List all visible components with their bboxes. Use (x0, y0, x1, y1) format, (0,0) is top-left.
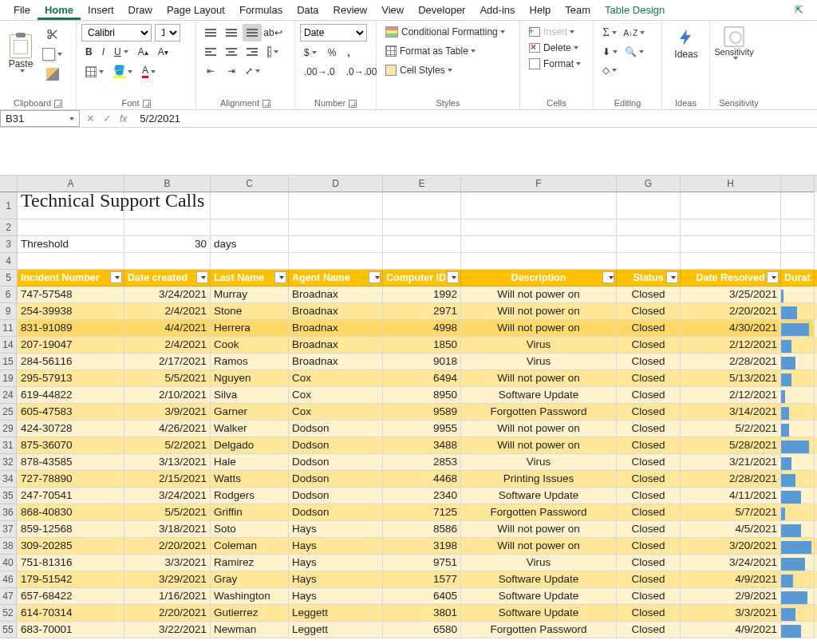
cell[interactable]: 3/3/2021 (124, 555, 211, 571)
percent-button[interactable]: % (324, 45, 341, 61)
table-header[interactable]: Incident Number (18, 270, 124, 286)
cell[interactable]: Threshold (18, 236, 124, 253)
dialog-launcher-icon[interactable] (143, 100, 151, 108)
menu-insert[interactable]: Insert (81, 1, 121, 19)
cell[interactable]: Virus (461, 454, 617, 471)
cell[interactable]: Cox (289, 370, 383, 387)
fill-button[interactable]: ⬇ (598, 44, 621, 60)
row-header[interactable]: 32 (0, 454, 17, 471)
cell-databar[interactable] (781, 538, 815, 555)
cell[interactable]: 247-70541 (18, 488, 124, 504)
cell[interactable]: Dodson (289, 471, 383, 488)
cell-databar[interactable] (781, 605, 815, 622)
copy-button[interactable] (38, 45, 66, 63)
table-header[interactable]: Computer ID (383, 270, 461, 286)
cell[interactable]: Closed (617, 404, 681, 421)
filter-icon[interactable] (110, 271, 122, 283)
cell[interactable]: 747-57548 (18, 286, 124, 303)
paste-button[interactable]: Paste (5, 24, 37, 83)
align-center-button[interactable] (222, 43, 241, 61)
cell[interactable]: Closed (617, 337, 681, 354)
cell[interactable]: 4/9/2021 (681, 571, 781, 588)
cell-databar[interactable] (781, 370, 815, 387)
cell[interactable]: Broadnax (289, 320, 383, 337)
cell[interactable]: 254-39938 (18, 303, 124, 320)
cell-databar[interactable] (781, 521, 815, 538)
cell[interactable]: 5/5/2021 (124, 370, 211, 387)
cell[interactable]: Murray (211, 286, 289, 303)
cell[interactable]: Gutierrez (211, 605, 289, 622)
cell[interactable]: 3/24/2021 (124, 286, 211, 303)
cell[interactable]: 2/9/2021 (681, 588, 781, 605)
table-header[interactable]: Agent Name↓ (289, 270, 383, 286)
row-header[interactable]: 29 (0, 421, 17, 437)
merge-button[interactable] (263, 43, 282, 61)
cell[interactable]: Virus (461, 337, 617, 354)
cell[interactable]: 2/20/2021 (124, 538, 211, 555)
share-icon[interactable]: ⇱ (787, 1, 811, 19)
cell[interactable]: Software Update (461, 588, 617, 605)
cell[interactable]: Closed (617, 488, 681, 504)
cell[interactable]: 9751 (383, 555, 461, 571)
cell[interactable]: Broadnax (289, 286, 383, 303)
cell[interactable]: Washington (211, 588, 289, 605)
col-header[interactable]: H (681, 176, 781, 192)
row-header[interactable]: 55 (0, 622, 17, 638)
cell[interactable]: Closed (617, 471, 681, 488)
formula-bar[interactable]: 5/2/2021 (133, 110, 817, 127)
row-header[interactable]: 34 (0, 471, 17, 488)
clear-button[interactable]: ◇ (598, 62, 621, 78)
cell[interactable]: Newman (211, 622, 289, 638)
cell[interactable]: 4468 (383, 471, 461, 488)
autosum-button[interactable]: Σ (598, 24, 621, 41)
filter-icon[interactable] (447, 271, 459, 283)
cell[interactable]: 2/4/2021 (124, 337, 211, 354)
ideas-button[interactable]: Ideas (667, 24, 705, 62)
cell[interactable]: Hays (289, 521, 383, 538)
cell[interactable]: 1992 (383, 286, 461, 303)
table-header[interactable]: Description↓ (461, 270, 617, 286)
row-header[interactable]: 9 (0, 303, 17, 320)
cell[interactable]: Ramos (211, 354, 289, 370)
menu-view[interactable]: View (374, 1, 411, 19)
cut-button[interactable] (38, 26, 66, 43)
number-format-select[interactable]: Date (300, 24, 367, 41)
borders-button[interactable] (81, 64, 108, 80)
cell[interactable]: 2853 (383, 454, 461, 471)
format-as-table-button[interactable]: Format as Table (381, 43, 509, 59)
cell[interactable]: Will not power on (461, 538, 617, 555)
col-header[interactable]: E (383, 176, 461, 192)
cell[interactable]: Stone (211, 303, 289, 320)
cell[interactable]: 4/9/2021 (681, 622, 781, 638)
menu-formulas[interactable]: Formulas (232, 1, 290, 19)
menu-home[interactable]: Home (37, 1, 81, 20)
cell[interactable]: 5/2/2021 (681, 421, 781, 437)
cell[interactable]: 3/29/2021 (124, 571, 211, 588)
cell[interactable]: 5/13/2021 (681, 370, 781, 387)
cell-databar[interactable] (781, 622, 815, 638)
filter-sorted-icon[interactable]: ↓ (602, 271, 614, 283)
cell[interactable]: Closed (617, 588, 681, 605)
cell[interactable]: 614-70314 (18, 605, 124, 622)
cell[interactable]: 207-19047 (18, 337, 124, 354)
orientation-button[interactable]: ⤢ (243, 62, 262, 80)
cell[interactable]: 3/24/2021 (124, 488, 211, 504)
cell-databar[interactable] (781, 404, 815, 421)
table-header[interactable]: Last Name (211, 270, 289, 286)
italic-button[interactable]: I (98, 44, 109, 60)
cell[interactable]: 831-91089 (18, 320, 124, 337)
row-header[interactable]: 25 (0, 404, 17, 421)
cell[interactable]: Forgotten Password (461, 404, 617, 421)
cell[interactable]: 727-78890 (18, 471, 124, 488)
col-header[interactable]: D (289, 176, 383, 192)
cell[interactable]: 2971 (383, 303, 461, 320)
cell[interactable]: Will not power on (461, 370, 617, 387)
cell[interactable]: 9018 (383, 354, 461, 370)
cell[interactable]: Closed (617, 286, 681, 303)
cell-databar[interactable] (781, 488, 815, 504)
cancel-formula-icon[interactable]: ✕ (86, 113, 95, 124)
cell-databar[interactable] (781, 454, 815, 471)
cell[interactable]: Software Update (461, 488, 617, 504)
cell[interactable]: Will not power on (461, 521, 617, 538)
row-header[interactable]: 31 (0, 437, 17, 454)
